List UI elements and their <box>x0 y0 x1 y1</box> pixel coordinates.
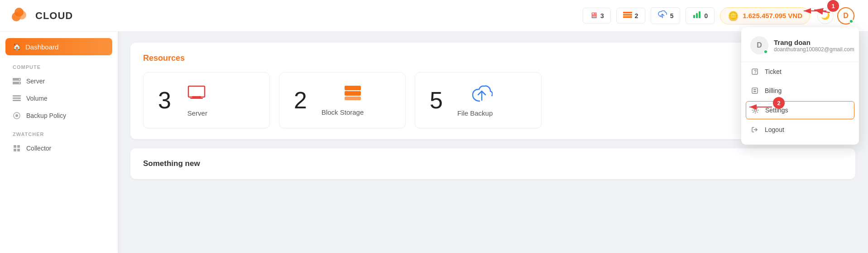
logout-icon <box>750 125 759 134</box>
resource-card-file-backup: 5 File Backup <box>415 72 542 128</box>
block-storage-card-label: Block Storage <box>321 108 364 116</box>
sidebar-item-collector[interactable]: Collector <box>0 140 118 157</box>
settings-icon <box>751 106 760 115</box>
svg-rect-13 <box>17 145 20 148</box>
backup-stat-icon <box>657 10 667 21</box>
resources-title: Resources <box>143 54 843 63</box>
volume-stat-icon <box>623 11 632 20</box>
server-stat-icon: 🖥 <box>590 11 598 20</box>
svg-rect-20 <box>693 15 695 18</box>
section-label-zwatcher: ZWATCHER <box>0 124 118 140</box>
svg-point-28 <box>754 109 757 112</box>
dropdown-user-name: Trang doan <box>774 39 854 46</box>
resource-card-block-storage: 2 Block Storage <box>279 72 406 128</box>
svg-rect-12 <box>14 145 16 148</box>
alert-stat-icon <box>692 10 701 21</box>
svg-point-6 <box>19 83 20 83</box>
svg-rect-17 <box>623 14 632 16</box>
ticket-label: Ticket <box>765 68 782 75</box>
sidebar-active-label: Dashboard <box>25 43 58 51</box>
svg-rect-25 <box>752 88 758 93</box>
block-storage-count: 2 <box>294 88 307 112</box>
svg-rect-22 <box>699 11 700 18</box>
server-card-icon <box>186 83 207 104</box>
billing-icon <box>750 86 759 95</box>
section-label-compute: COMPUTE <box>0 57 118 73</box>
volume-icon <box>13 94 21 102</box>
svg-point-5 <box>19 79 20 80</box>
user-dropdown-menu: D Trang doan doanthutrang100802@gmail.co… <box>741 27 859 145</box>
server-icon <box>13 77 21 85</box>
settings-label: Settings <box>765 107 788 114</box>
file-backup-card-icon <box>471 84 493 104</box>
sidebar-item-backup-policy[interactable]: Backup Policy <box>0 107 118 124</box>
sidebar: CLOUD 🏠 Dashboard COMPUTE Server <box>0 0 118 253</box>
svg-rect-35 <box>190 98 203 99</box>
svg-rect-37 <box>345 91 361 96</box>
svg-rect-34 <box>192 96 201 98</box>
svg-point-11 <box>15 114 18 117</box>
header-stat-alerts[interactable]: 0 <box>686 7 715 24</box>
home-icon: 🏠 <box>13 43 21 51</box>
svg-rect-8 <box>13 97 21 99</box>
header-stat-servers[interactable]: 🖥 3 <box>583 8 611 24</box>
block-storage-card-icon <box>342 85 364 103</box>
dropdown-avatar-letter: D <box>757 41 762 49</box>
dropdown-item-settings[interactable]: Settings <box>746 101 854 119</box>
avatar-button[interactable]: D <box>837 7 854 24</box>
backup-policy-label: Backup Policy <box>26 112 66 119</box>
svg-point-2 <box>14 8 24 17</box>
dropdown-item-ticket[interactable]: ? Ticket <box>741 62 859 81</box>
svg-rect-26 <box>753 89 756 90</box>
svg-rect-36 <box>345 86 361 90</box>
server-card-info: Server <box>186 83 207 117</box>
svg-rect-38 <box>345 97 361 100</box>
file-backup-card-label: File Backup <box>457 109 493 117</box>
avatar-letter: D <box>843 12 849 20</box>
volume-label: Volume <box>26 95 48 102</box>
svg-rect-9 <box>13 100 21 101</box>
dropdown-user-email: doanthutrang100802@gmail.com <box>774 46 854 53</box>
alert-stat-count: 0 <box>704 12 708 19</box>
collector-icon <box>13 144 21 152</box>
dropdown-item-logout[interactable]: Logout <box>741 120 859 139</box>
svg-rect-7 <box>13 95 21 97</box>
server-count: 3 <box>158 88 171 112</box>
ticket-icon: ? <box>750 67 759 76</box>
header: 🖥 3 2 5 <box>118 0 868 32</box>
server-label: Server <box>26 78 45 85</box>
dropdown-user-text: Trang doan doanthutrang100802@gmail.com <box>774 39 854 53</box>
server-card-label: Server <box>187 109 207 117</box>
moon-icon: 🌙 <box>821 11 830 20</box>
coin-icon: 🪙 <box>728 10 739 21</box>
header-stat-backups[interactable]: 5 <box>651 7 681 24</box>
svg-rect-21 <box>696 13 698 18</box>
sidebar-item-dashboard[interactable]: 🏠 Dashboard <box>5 38 112 55</box>
something-new-title: Something new <box>143 159 843 168</box>
logo-text: CLOUD <box>35 10 73 22</box>
billing-label: Billing <box>765 87 782 94</box>
resource-cards-container: 3 Server 2 <box>143 72 843 128</box>
dark-mode-button[interactable]: 🌙 <box>817 8 834 24</box>
backup-policy-icon <box>13 112 21 120</box>
dropdown-item-billing[interactable]: Billing <box>741 81 859 100</box>
file-backup-count: 5 <box>430 88 443 112</box>
sidebar-item-volume[interactable]: Volume <box>0 90 118 107</box>
svg-rect-33 <box>188 86 205 97</box>
header-stat-volumes[interactable]: 2 <box>616 8 645 24</box>
svg-rect-16 <box>623 12 632 14</box>
sidebar-item-server[interactable]: Server <box>0 73 118 90</box>
dropdown-avatar: D <box>750 36 768 54</box>
svg-text:?: ? <box>754 69 757 74</box>
something-new-section: Something new <box>130 148 855 179</box>
svg-rect-27 <box>753 91 756 92</box>
balance-pill[interactable]: 🪙 1.625.457.095 VND <box>720 7 810 24</box>
logout-label: Logout <box>765 126 784 133</box>
server-stat-count: 3 <box>600 12 604 19</box>
svg-rect-15 <box>17 149 20 151</box>
collector-label: Collector <box>26 145 51 152</box>
main-area: 🖥 3 2 5 <box>118 0 868 253</box>
dropdown-avatar-dot <box>763 49 768 54</box>
resource-card-server: 3 Server <box>143 72 270 128</box>
logo: CLOUD <box>0 0 118 32</box>
